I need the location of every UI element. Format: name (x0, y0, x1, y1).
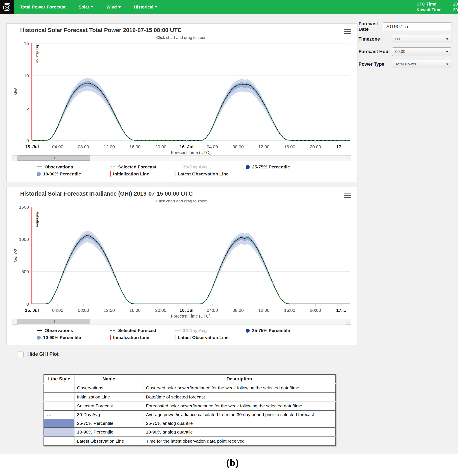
description-cell: 10-90% analog quantile (143, 428, 336, 436)
legend-item-label: 25-75% Percentile (252, 164, 290, 169)
legend-item-25-75-percentile[interactable]: 25-75% Percentile (246, 328, 352, 333)
svg-text:17....: 17.... (336, 144, 346, 149)
legend-item-25-75-percentile[interactable]: 25-75% Percentile (246, 164, 352, 169)
main-content: Historical Solar Forecast Total Power 20… (0, 14, 458, 454)
hide-ghi-checkbox[interactable] (18, 352, 23, 357)
svg-text:20:00: 20:00 (155, 144, 167, 149)
legend-item-latest-observation-line[interactable]: Latest Observation Line (175, 335, 246, 340)
line-style-cell (44, 436, 74, 446)
chevron-down-icon (155, 6, 158, 8)
dropdown-arrow-icon[interactable] (443, 48, 451, 56)
scrollbar-left-arrow[interactable]: ‹ (12, 319, 18, 325)
nav-item-solar-label: Solar (79, 5, 89, 10)
legend-item-label: Latest Observation Line (178, 335, 228, 340)
col-header-description: Description (143, 375, 336, 384)
top-navbar: Total Power Forecast Solar Wind Historic… (0, 0, 458, 14)
legend-item-selected-forecast[interactable]: Selected Forecast (110, 328, 175, 333)
hide-ghi-row: Hide GHI Plot (18, 351, 59, 357)
chart-scrollbar[interactable]: ‹ › (12, 155, 351, 161)
timezone-selected-value: UTC (392, 37, 443, 41)
scrollbar-left-arrow[interactable]: ‹ (12, 155, 18, 161)
ghi-chart-panel: Historical Solar Forecast Irradiance (GH… (6, 187, 358, 345)
timezone-select[interactable]: UTC (392, 35, 451, 43)
kuwait-time-label: Kuwait Time (416, 7, 441, 12)
table-row: Selected ForecastForecasted solar power/… (44, 402, 336, 410)
dash-green-swatch-icon (110, 166, 116, 167)
scrollbar-right-arrow[interactable]: › (346, 319, 351, 325)
description-cell: Average power/irradiance calculated from… (143, 410, 336, 419)
legend-item-30-day-avg[interactable]: 30-Day Avg (175, 164, 246, 169)
svg-text:16:00: 16:00 (129, 308, 141, 313)
legend-item-observations[interactable]: Observations (37, 328, 110, 333)
legend-item-label: 10-90% Percentile (43, 171, 81, 177)
svg-text:Initialization: Initialization (36, 209, 40, 227)
forecast-hour-row: Forecast Hour 00:00 (359, 47, 451, 56)
ghi-chart[interactable]: 050010001500W/m^2Initialization15. Jul04… (12, 204, 352, 319)
forecast-date-input[interactable] (383, 22, 451, 31)
dash-gray-swatch-icon (175, 330, 180, 331)
nav-brand-total-power-forecast[interactable]: Total Power Forecast (20, 4, 65, 10)
chart-legend: ObservationsSelected Forecast30-Day Avg2… (12, 328, 352, 340)
nav-item-solar[interactable]: Solar (79, 5, 93, 10)
scrollbar-right-arrow[interactable]: › (346, 155, 351, 161)
nav-item-wind[interactable]: Wind (106, 5, 121, 10)
chart-context-menu-button[interactable] (344, 29, 351, 34)
svg-text:12:00: 12:00 (104, 308, 115, 313)
scrollbar-thumb[interactable] (18, 155, 90, 161)
svg-text:08:00: 08:00 (232, 308, 244, 313)
dash-black-swatch-icon (37, 166, 42, 167)
bar-red-swatch-icon (110, 335, 111, 340)
svg-text:08:00: 08:00 (232, 144, 244, 149)
svg-text:10: 10 (24, 73, 29, 78)
forecast-controls: Forecast Date Timezone UTC Forecast Hour… (359, 22, 451, 69)
legend-item-initialization-line[interactable]: Initialization Line (110, 171, 175, 177)
dropdown-arrow-icon[interactable] (443, 35, 451, 43)
kuwait-time-value: 20 (453, 7, 458, 12)
name-cell: Latest Observation Line (74, 436, 143, 446)
table-row: Latest Observation LineTime for the late… (44, 436, 336, 446)
forecast-hour-select[interactable]: 00:00 (392, 47, 451, 56)
legend-item-label: 30-Day Avg (183, 164, 207, 169)
line-style-table: Line Style Name Description Observations… (43, 374, 336, 446)
dash-gray-swatch-icon (175, 167, 180, 167)
legend-item-30-day-avg[interactable]: 30-Day Avg (175, 328, 246, 333)
legend-item-selected-forecast[interactable]: Selected Forecast (110, 164, 175, 169)
chevron-down-icon (118, 6, 121, 8)
chart-context-menu-button[interactable] (344, 193, 351, 198)
kisr-logo (0, 0, 14, 14)
scrollbar-grip-icon (53, 157, 55, 159)
legend-item-observations[interactable]: Observations (37, 164, 110, 169)
circle-dark-swatch-icon (246, 329, 250, 333)
legend-item-label: Observations (44, 164, 73, 169)
description-cell: Date/time of selected forecast (143, 392, 336, 402)
nav-item-historical[interactable]: Historical (134, 5, 158, 10)
legend-item-10-90-percentile[interactable]: 10-90% Percentile (37, 335, 110, 340)
legend-item-initialization-line[interactable]: Initialization Line (110, 335, 175, 340)
line-style-cell (44, 392, 74, 402)
chart-scrollbar[interactable]: ‹ › (12, 319, 351, 325)
scrollbar-track[interactable] (18, 319, 346, 325)
svg-text:16:00: 16:00 (284, 308, 295, 313)
svg-text:Forecast Time (UTC): Forecast Time (UTC) (171, 150, 211, 155)
svg-text:04:00: 04:00 (207, 144, 218, 149)
legend-item-latest-observation-line[interactable]: Latest Observation Line (175, 171, 246, 177)
legend-item-label: Initialization Line (113, 171, 149, 177)
scrollbar-track[interactable] (18, 155, 346, 161)
legend-item-label: 10-90% Percentile (43, 335, 81, 340)
svg-text:W/m^2: W/m^2 (13, 249, 18, 262)
svg-text:1000: 1000 (19, 237, 29, 242)
dropdown-arrow-icon[interactable] (443, 60, 451, 68)
name-cell: 30-Day Avg (74, 410, 143, 419)
svg-text:16. Jul: 16. Jul (180, 308, 194, 313)
scrollbar-thumb[interactable] (18, 319, 90, 324)
line-style-cell (44, 402, 74, 410)
legend-item-10-90-percentile[interactable]: 10-90% Percentile (37, 171, 110, 177)
bar-red-swatch-icon (110, 171, 111, 177)
svg-text:15. Jul: 15. Jul (25, 144, 39, 149)
chart-legend: ObservationsSelected Forecast30-Day Avg2… (12, 164, 352, 177)
table-row: Initialization LineDate/time of selected… (44, 392, 336, 402)
line-style-cell (44, 384, 74, 392)
total-power-chart[interactable]: 051015MWInitialization15. Jul04:0008:001… (12, 40, 352, 155)
circle-light-swatch-icon (37, 172, 41, 176)
power-type-select[interactable]: Total Power (392, 60, 451, 68)
